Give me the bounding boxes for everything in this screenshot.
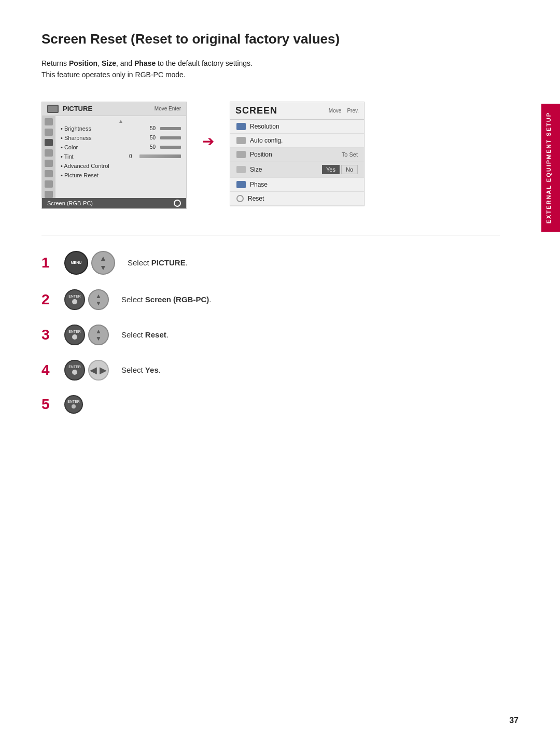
down-icon-2: ▼ <box>95 300 102 307</box>
step-5-number: 5 <box>41 397 52 412</box>
menu-label: MENU <box>71 261 82 264</box>
enter-dot-4 <box>72 370 77 375</box>
settings-icon <box>174 200 181 207</box>
sharpness-label: Sharpness <box>61 135 92 141</box>
step-4-bold: Yes <box>145 365 159 374</box>
tint-bar <box>139 154 181 158</box>
step-3-bold: Reset <box>145 330 166 339</box>
sharpness-value: 50 <box>150 135 158 140</box>
menu-item-tint: Tint 0 <box>55 152 186 161</box>
autoconfig-icon <box>236 137 246 144</box>
mockup-area: PICTURE Move Enter ▲ <box>41 102 500 209</box>
picture-panel-bottom: Screen (RGB-PC) <box>42 198 186 208</box>
screen-nav-hint: Move Prev. <box>329 108 359 114</box>
picture-panel-body: ▲ Brightness 50 Sharpness 50 <box>42 116 186 198</box>
step-2-text: Select Screen (RGB-PC). <box>121 295 211 304</box>
subtitle-line1: Returns Position, Size, and Phase to the… <box>41 59 253 67</box>
lr-button-4[interactable]: ◀ ▶ <box>88 360 109 381</box>
color-value: 50 <box>150 144 158 150</box>
enter-button-4[interactable]: ENTER <box>64 360 85 381</box>
yes-button[interactable]: Yes <box>322 165 340 174</box>
screen-item-phase: Phase <box>230 178 364 192</box>
picture-label: PICTURE <box>63 105 92 112</box>
position-label: Position <box>250 151 272 158</box>
brightness-label: Brightness <box>61 125 91 132</box>
size-item-left: Size <box>236 166 262 173</box>
enter-dot-2 <box>72 299 77 304</box>
subtitle: Returns Position, Size, and Phase to the… <box>41 58 500 81</box>
tint-label: Tint <box>61 153 74 160</box>
screen-panel: SCREEN Move Prev. Resolution Auto config… <box>230 102 365 206</box>
phase-label: Phase <box>250 181 268 188</box>
to-set-label: To Set <box>342 151 358 158</box>
icon-dot-5 <box>45 160 53 167</box>
steps-area: 1 MENU ▲ ▼ Select PICTURE. 2 ENTER <box>41 251 500 414</box>
color-bar-container: 50 <box>150 144 181 150</box>
ud-button-2[interactable]: ▲ ▼ <box>88 289 109 310</box>
lr-icon: ◀ ▶ <box>90 364 107 376</box>
up-icon-3: ▲ <box>95 328 102 335</box>
screen-panel-header: SCREEN Move Prev. <box>230 102 364 120</box>
panel-icons <box>42 116 55 198</box>
size-icon <box>236 166 246 173</box>
no-button[interactable]: No <box>341 165 358 174</box>
enter-button-3[interactable]: ENTER <box>64 325 85 345</box>
color-label: Color <box>61 144 78 150</box>
phase-icon <box>236 181 246 188</box>
brightness-value: 50 <box>150 125 158 131</box>
menu-item-picture-reset: Picture Reset <box>55 171 186 180</box>
picture-nav-hint: Move Enter <box>155 106 181 111</box>
step-2-bold: Screen (RGB-PC) <box>145 295 209 304</box>
side-tab-label: EXTERNAL EQUIPMENT SETUP <box>541 104 560 232</box>
brightness-bar-container: 50 <box>150 125 181 131</box>
screen-item-autoconfig: Auto config. <box>230 134 364 148</box>
arrow: ➔ <box>202 102 214 150</box>
step-3-number: 3 <box>41 328 52 342</box>
reset-circle-icon <box>236 195 244 202</box>
step-3-text: Select Reset. <box>121 330 169 339</box>
ud-button-3[interactable]: ▲ ▼ <box>88 325 109 345</box>
resolution-label: Resolution <box>250 123 279 130</box>
sharpness-bar-container: 50 <box>150 135 181 140</box>
menu-item-advanced: Advanced Control <box>55 161 186 171</box>
icon-dot-7 <box>45 180 53 188</box>
step-1-number: 1 <box>41 256 52 270</box>
scroll-button-1[interactable]: ▲ ▼ <box>91 251 115 275</box>
screen-item-reset: Reset <box>230 192 364 206</box>
icon-dot-1 <box>45 118 53 125</box>
screen-item-size: Size Yes No <box>230 162 364 178</box>
page-number: 37 <box>509 716 519 725</box>
icon-dot-4 <box>45 149 53 157</box>
enter-label-5: ENTER <box>67 400 80 403</box>
step-1: 1 MENU ▲ ▼ Select PICTURE. <box>41 251 500 275</box>
step-2-icons: ENTER ▲ ▼ <box>64 289 109 310</box>
autoconfig-item-left: Auto config. <box>236 137 283 144</box>
icon-dot-2 <box>45 129 53 136</box>
down-icon-3: ▼ <box>95 335 102 342</box>
step-2-number: 2 <box>41 292 52 307</box>
step-4-text: Select Yes. <box>121 365 161 374</box>
step-5-icons: ENTER <box>64 395 83 414</box>
picture-panel: PICTURE Move Enter ▲ <box>41 102 187 209</box>
enter-button-5[interactable]: ENTER <box>64 395 83 414</box>
yes-no-buttons: Yes No <box>322 165 358 174</box>
phase-item-left: Phase <box>236 181 268 188</box>
screen-move-hint: Move <box>329 108 341 114</box>
tint-bar-container: 0 <box>129 153 181 159</box>
menu-button[interactable]: MENU <box>64 251 88 275</box>
enter-label-2: ENTER <box>68 294 81 298</box>
autoconfig-label: Auto config. <box>250 137 283 144</box>
step-3: 3 ENTER ▲ ▼ Select Reset. <box>41 325 500 345</box>
icon-dot-3 <box>45 139 53 146</box>
screen-item-position: Position To Set <box>230 148 364 162</box>
enter-label-4: ENTER <box>68 365 81 369</box>
screen-item-resolution: Resolution <box>230 120 364 134</box>
monitor-icon <box>47 105 59 113</box>
step-2: 2 ENTER ▲ ▼ Select Screen (RGB-PC). <box>41 289 500 310</box>
enter-button-2[interactable]: ENTER <box>64 289 85 310</box>
step-5: 5 ENTER <box>41 395 500 414</box>
screen-prev-hint: Prev. <box>347 108 359 114</box>
screen-title: SCREEN <box>235 105 277 116</box>
icon-dot-8 <box>45 191 53 198</box>
enter-dot-5 <box>72 404 76 409</box>
